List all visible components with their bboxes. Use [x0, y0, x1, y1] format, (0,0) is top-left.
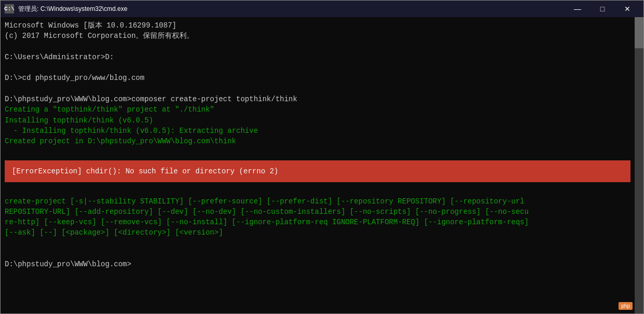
window-controls: — □ ✕: [566, 1, 639, 17]
minimize-button[interactable]: —: [566, 1, 589, 17]
window-title: 管理员: C:\Windows\system32\cmd.exe: [18, 5, 566, 13]
terminal-wrapper: Microsoft Windows [版本 10.0.16299.1087](c…: [1, 17, 643, 313]
blank-line: [5, 62, 630, 73]
error-block: [ErrorException] chdir(): No such file o…: [5, 160, 630, 182]
blank-line: [5, 185, 630, 196]
terminal-line: Microsoft Windows [版本 10.0.16299.1087]: [5, 20, 630, 31]
titlebar: C:\ 管理员: C:\Windows\system32\cmd.exe — □…: [1, 1, 643, 17]
terminal-line: [--ask] [--] [<package>] [<directory>] […: [5, 227, 630, 238]
terminal-line: D:\phpstudy_pro\WWW\blog.com>: [5, 259, 630, 269]
blank-line: [5, 238, 630, 249]
watermark: php: [619, 302, 633, 310]
terminal-line: D:\>cd phpstudy_pro/www/blog.com: [5, 73, 630, 83]
terminal-line: create-project [-s|--stability STABILITY…: [5, 196, 630, 207]
terminal-line: Creating a "topthink/think" project at "…: [5, 104, 630, 115]
terminal-content[interactable]: Microsoft Windows [版本 10.0.16299.1087](c…: [1, 17, 635, 313]
terminal-line: REPOSITORY-URL] [--add-repository] [--de…: [5, 207, 630, 217]
scrollbar-thumb[interactable]: [635, 17, 643, 48]
maximize-button[interactable]: □: [590, 1, 614, 17]
cmd-window: C:\ 管理员: C:\Windows\system32\cmd.exe — □…: [0, 0, 644, 314]
terminal-line: Created project in D:\phpstudy_pro\WWW\b…: [5, 136, 630, 146]
terminal-line: Installing topthink/think (v6.0.5): [5, 115, 630, 126]
terminal-line: (c) 2017 Microsoft Corporation。保留所有权利。: [5, 31, 630, 41]
terminal-line: re-http] [--keep-vcs] [--remove-vcs] [--…: [5, 217, 630, 227]
blank-line: [5, 249, 630, 259]
scrollbar[interactable]: [635, 17, 643, 313]
blank-line: [5, 42, 630, 52]
terminal-line: C:\Users\Administrator>D:: [5, 52, 630, 62]
blank-line: [5, 147, 630, 157]
window-icon: C:\: [5, 4, 14, 13]
close-button[interactable]: ✕: [615, 1, 639, 17]
blank-line: [5, 84, 630, 94]
terminal-line: D:\phpstudy_pro\WWW\blog.com>composer cr…: [5, 94, 630, 104]
terminal-line: - Installing topthink/think (v6.0.5): Ex…: [5, 126, 630, 136]
